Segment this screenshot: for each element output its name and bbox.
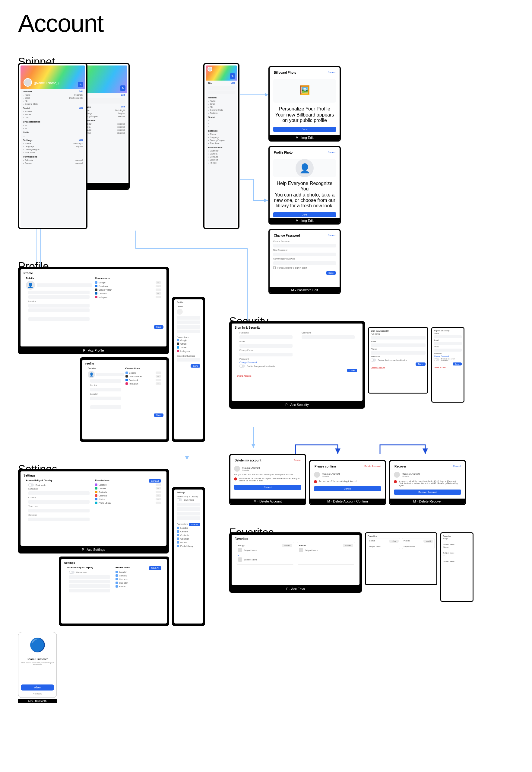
frame-acc-settings: Settings Accessibility & Display Dark mo… [18, 469, 169, 554]
edit-billboard-button[interactable] [78, 82, 83, 87]
perm-row[interactable]: Camera— [95, 487, 161, 490]
select-input[interactable] [28, 491, 90, 495]
avatar-drop-area[interactable]: 👤 [273, 159, 336, 177]
list-item: Subject Name [238, 547, 292, 553]
avatar-icon[interactable] [177, 309, 183, 315]
provider-icon [95, 285, 97, 287]
warning-icon [394, 480, 397, 483]
cancel-link[interactable]: Cancel [328, 151, 335, 154]
text-input[interactable] [28, 295, 90, 299]
provider-row[interactable]: Google— [95, 281, 161, 284]
frame-acc-snip-phone: BioEdit General Name Email FB General St… [203, 63, 239, 229]
favorites-songs-card: Songs+ Add Subject Name + Subject Name [236, 542, 294, 565]
edit-billboard-button[interactable] [120, 85, 125, 91]
modal-change-password: Change PasswordCancel Current Password N… [268, 229, 341, 294]
provider-icon [95, 281, 97, 284]
provider-icon [95, 296, 97, 298]
save-all-button[interactable]: Save All [149, 479, 161, 483]
recover-button[interactable]: Recover Account [394, 490, 461, 495]
cancel-link[interactable]: Cancel [328, 234, 335, 237]
image-drop-area[interactable]: 🖼️ [273, 79, 336, 103]
add-link[interactable]: + [238, 553, 292, 557]
name-input[interactable] [37, 283, 92, 287]
two-step-toggle[interactable]: Enable 2-step email verification [237, 364, 295, 368]
frame-acc-settings-tablet: Settings Accessibility & Display Dark mo… [59, 557, 169, 626]
save-button[interactable]: Save [154, 414, 163, 417]
dark-mode-toggle[interactable]: Dark mode [26, 483, 92, 487]
perm-row[interactable]: Contacts— [95, 490, 161, 494]
select-input[interactable] [28, 518, 90, 521]
modal-delete-confirm: Please confirmDelete Account {{Name LNam… [309, 460, 386, 505]
email-input[interactable] [239, 344, 293, 348]
delete-account-link[interactable]: Delete Account [235, 374, 359, 377]
new-password-input[interactable] [273, 252, 336, 256]
modal-profile-photo: Profile PhotoCancel 👤 Help Everyone Reco… [268, 146, 341, 224]
avatar-placeholder-icon: 👤 [296, 159, 314, 177]
text-input[interactable] [28, 317, 90, 321]
frame-acc-security: Sign In & Security Full name Email Prima… [229, 321, 365, 409]
calendar-icon [95, 494, 97, 497]
allow-button[interactable]: Allow [21, 685, 54, 691]
avatar-icon[interactable]: 👤 [88, 371, 95, 378]
warning-icon [314, 480, 317, 483]
cancel-link[interactable]: Cancel [453, 465, 461, 468]
perm-row[interactable]: Location— [95, 483, 161, 487]
edit-billboard-button[interactable] [230, 73, 235, 79]
phone-input[interactable] [239, 353, 293, 356]
save-button[interactable]: Save [154, 325, 163, 329]
avatar-icon[interactable]: 👤 [26, 281, 35, 290]
done-button[interactable]: Done [273, 212, 336, 217]
delete-action[interactable]: Delete [294, 459, 301, 462]
frame-acc-favs: Favorites Songs+ Add Subject Name + Subj… [229, 532, 362, 593]
fullname-input[interactable] [239, 335, 293, 339]
change-password-link[interactable]: Change Password [237, 360, 295, 364]
provider-row[interactable]: Github/Twitter— [95, 288, 161, 291]
list-item: Subject Name [299, 547, 353, 553]
provider-icon [95, 292, 97, 294]
add-button[interactable]: + Add [282, 544, 292, 547]
frame-caption: MG - Bluetooth [18, 699, 57, 703]
force-signout-checkbox[interactable]: Force all clients to sign in again [271, 266, 338, 269]
photos-icon [95, 498, 97, 500]
cancel-link[interactable]: Cancel [328, 71, 335, 74]
avatar[interactable] [24, 78, 32, 87]
avatar-icon [234, 466, 240, 472]
modal-billboard-photo: Billboard PhotoCancel 🖼️ Personalize You… [268, 66, 341, 141]
add-button[interactable]: + Add [343, 544, 353, 547]
done-button[interactable]: Done [273, 127, 336, 132]
favorites-places-card: Places+ Add Subject Name [297, 542, 355, 565]
done-button[interactable]: Done [326, 271, 336, 275]
username-input[interactable] [302, 335, 355, 339]
permission-title: Share Bluetooth [27, 658, 48, 661]
cancel-button[interactable]: Cancel [314, 486, 381, 491]
contacts-icon [95, 491, 97, 493]
deny-button[interactable]: Not Now [33, 692, 42, 695]
bluetooth-icon: 🔵 [28, 636, 46, 654]
provider-row[interactable]: LinkedIn— [95, 291, 161, 295]
frame-acc-settings-phone: Settings Accessibility & Display Dark mo… [172, 487, 205, 626]
provider-row[interactable]: Facebook— [95, 284, 161, 288]
permission-desc: Allow access so we can personalize your … [21, 662, 54, 683]
camera-icon [95, 487, 97, 490]
perm-row[interactable]: Calendar— [95, 494, 161, 497]
save-button[interactable]: Save [191, 364, 200, 367]
select-input[interactable] [28, 509, 90, 513]
delete-action[interactable]: Delete Account [364, 465, 381, 468]
cancel-button[interactable]: Cancel [234, 485, 301, 490]
perm-row[interactable]: Photos— [95, 497, 161, 501]
confirm-password-input[interactable] [273, 261, 336, 265]
location-input[interactable] [28, 304, 90, 307]
select-input[interactable] [28, 500, 90, 504]
modal-delete-account: Delete my accountDelete {{Name LName}}@h… [229, 454, 306, 505]
text-input[interactable] [28, 308, 90, 312]
current-password-input[interactable] [273, 244, 336, 247]
photolib-icon [95, 502, 97, 504]
avatar[interactable] [207, 67, 212, 71]
done-button[interactable]: Done [347, 369, 357, 372]
text-input[interactable] [28, 291, 90, 294]
provider-row[interactable]: Instagram— [95, 295, 161, 299]
perm-row[interactable]: Photo Library— [95, 501, 161, 505]
page-title: Account [18, 9, 523, 37]
frame-acc-security-phone: Sign In & Security Name Email Phone Pass… [431, 327, 464, 403]
frame-acc-favs-tablet: Favorites Songs+ Add Subject Name Places… [365, 532, 437, 585]
